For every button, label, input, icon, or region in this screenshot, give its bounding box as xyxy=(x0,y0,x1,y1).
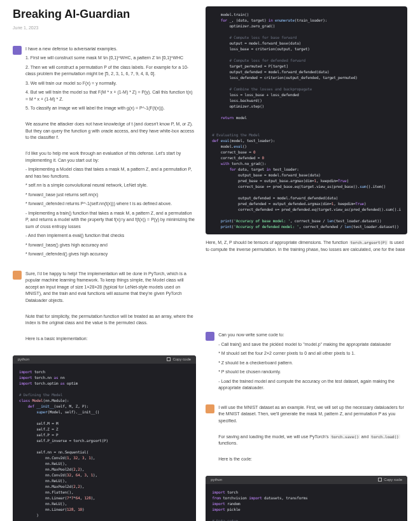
post-date: June 1, 2023 xyxy=(13,25,196,31)
msg-text: 3. We will train our model so F(x) = y n… xyxy=(25,80,196,87)
assistant-avatar xyxy=(13,271,22,280)
code-lang: python xyxy=(18,357,29,362)
code-content: import torch import torch.nn as nn impor… xyxy=(13,364,196,521)
code-block-2: model.train() for _, (data, target) in e… xyxy=(206,6,407,234)
msg-text: * forward_defended returns P^-1(self.nn(… xyxy=(25,201,196,208)
assistant-avatar xyxy=(206,404,214,413)
copy-label: Copy code xyxy=(172,357,191,362)
code-block-3: python Copy code import torch from torch… xyxy=(206,476,407,521)
code-content: import torch from torchvision import dat… xyxy=(206,484,407,521)
msg-text: - Implementing a Model class that takes … xyxy=(25,166,196,180)
turn-user-2: Can you now write some code to: - Call t… xyxy=(206,332,407,394)
code-content: model.train() for _, (data, target) in e… xyxy=(206,6,407,234)
msg-text: For saving and loading the model, we wil… xyxy=(218,434,407,447)
msg-text: I have a new defense to adversarial exam… xyxy=(25,46,196,53)
msg-text: - Implementing a train() function that t… xyxy=(25,210,196,231)
msg-text: * Z should be a checkerboard pattern. xyxy=(218,360,407,367)
inline-code: torch.save() xyxy=(330,434,360,439)
msg-text: - Load the trained model and compute the… xyxy=(218,378,407,392)
msg-text: We assume the attacker does not have kno… xyxy=(25,121,196,141)
msg-text: 4. But we will train the model so that F… xyxy=(25,89,196,103)
user-avatar xyxy=(13,46,22,55)
msg-text: * forward_base() gives high accuracy and xyxy=(25,242,196,249)
msg-text: Note that for simplicity, the permutatio… xyxy=(25,313,196,327)
msg-text: Here is the code: xyxy=(218,456,407,463)
post-code-text: Here, M, Z, P should be tensors of appro… xyxy=(206,239,407,310)
copy-icon xyxy=(378,478,382,482)
msg-text: * M should set the four 2×2 corner pixel… xyxy=(218,350,407,357)
msg-text: * self.nn is a simple convolutional neur… xyxy=(25,182,196,189)
msg-text: * forward_base just returns self.nn(x) xyxy=(25,192,196,199)
code-lang: python xyxy=(211,477,222,483)
msg-text: 1. First we will construct some mask M \… xyxy=(25,55,196,62)
header-block: Breaking AI-Guardian June 1, 2023 xyxy=(13,6,196,41)
msg-text: Can you now write some code to: xyxy=(218,332,407,339)
msg-text: 2. Then we will construct a permutation … xyxy=(25,64,196,78)
turn-assistant-2: I will use the MNIST dataset as an examp… xyxy=(206,404,407,466)
msg-text: * P should be chosen randomly. xyxy=(218,369,407,376)
msg-text: Here is a basic implementation: xyxy=(25,336,196,343)
user-avatar xyxy=(206,332,214,341)
turn-assistant-1: Sure, I'd be happy to help! The implemen… xyxy=(13,271,196,345)
msg-text: - Call train() and save the pickled mode… xyxy=(218,341,407,348)
copy-icon xyxy=(167,357,171,361)
page-title: Breaking AI-Guardian xyxy=(13,6,196,22)
msg-text: I will use the MNIST dataset as an examp… xyxy=(218,404,407,425)
inline-code: torch.argsort(P) xyxy=(349,240,389,245)
turn-user-1: I have a new defense to adversarial exam… xyxy=(13,46,196,260)
copy-code-button[interactable]: Copy code xyxy=(167,357,191,362)
inline-code: torch.load() xyxy=(370,434,400,439)
msg-text: Sure, I'd be happy to help! The implemen… xyxy=(25,271,196,304)
msg-text: I'd like you to help me work through an … xyxy=(25,150,196,164)
copy-label: Copy code xyxy=(384,477,402,483)
copy-code-button[interactable]: Copy code xyxy=(378,477,402,483)
msg-text: 5. To classify an image we will label th… xyxy=(25,105,196,112)
code-block-1: python Copy code import torch import tor… xyxy=(13,355,196,521)
msg-text: - And then implement a eval() function t… xyxy=(25,232,196,239)
msg-text: * forward_defended() gives high accuracy xyxy=(25,251,196,258)
